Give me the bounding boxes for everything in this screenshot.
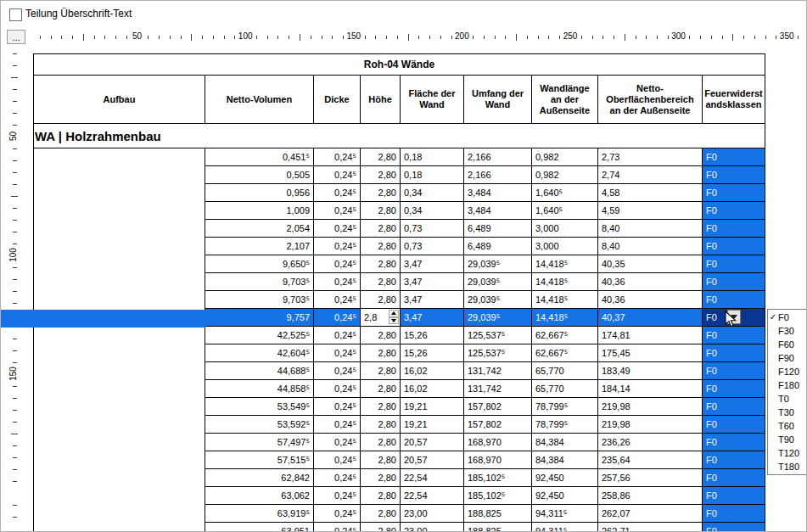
cell-oberflaeche[interactable]: 8,40: [598, 220, 703, 238]
cell-oberflaeche[interactable]: 219,98: [598, 398, 703, 416]
cell-wandlaenge[interactable]: 0,982: [532, 166, 598, 184]
cell-netto-volumen[interactable]: 63,919⁵: [205, 505, 314, 523]
cell-flaeche[interactable]: 3,47: [401, 273, 464, 291]
cell-umfang[interactable]: 131,742: [464, 380, 532, 398]
cell-wandlaenge[interactable]: 3,000: [532, 220, 598, 238]
cell-flaeche[interactable]: 19,21: [401, 398, 464, 416]
cell-netto-volumen[interactable]: 9,703⁵: [205, 291, 314, 309]
cell-wandlaenge[interactable]: 78,799⁵: [532, 398, 598, 416]
cell-umfang[interactable]: 188,825: [464, 505, 532, 523]
cell-umfang[interactable]: 3,484: [464, 184, 532, 202]
cell-umfang[interactable]: 185,102⁵: [464, 469, 532, 487]
cell-umfang[interactable]: 2,166: [464, 148, 532, 166]
cell-wandlaenge[interactable]: 1,640⁵: [532, 184, 598, 202]
cell-hoehe[interactable]: 2,80: [361, 238, 401, 255]
cell-feuerwiderstand[interactable]: F0: [703, 505, 765, 523]
cell-flaeche[interactable]: 0,73: [401, 220, 464, 238]
cell-umfang[interactable]: 29,039⁵: [464, 255, 532, 273]
cell-wandlaenge[interactable]: 14,418⁵: [532, 291, 598, 309]
cell-netto-volumen[interactable]: 1,009: [205, 202, 314, 220]
cell-hoehe[interactable]: 2,80: [361, 434, 401, 451]
cell-feuerwiderstand[interactable]: F0: [703, 434, 765, 451]
cell-dicke[interactable]: 0,24⁵: [314, 434, 361, 451]
cell-netto-volumen[interactable]: 63,951: [205, 523, 314, 532]
cell-feuerwiderstand[interactable]: F0: [703, 523, 765, 532]
cell-umfang[interactable]: 29,039⁵: [464, 291, 532, 309]
cell-flaeche[interactable]: 16,02: [401, 380, 464, 398]
cell-netto-volumen[interactable]: 42,604⁵: [205, 344, 314, 362]
cell-oberflaeche[interactable]: 2,74: [598, 166, 703, 184]
cell-dicke[interactable]: 0,24⁵: [314, 523, 361, 532]
cell-wandlaenge[interactable]: 92,450: [532, 469, 598, 487]
cell-umfang[interactable]: 168,970: [464, 451, 532, 469]
cell-dicke[interactable]: 0,24⁵: [314, 291, 361, 309]
cell-umfang[interactable]: 29,039⁵: [464, 273, 532, 291]
cell-netto-volumen[interactable]: 57,515⁵: [205, 451, 314, 469]
cell-wandlaenge[interactable]: 3,000: [532, 238, 598, 255]
cell-feuerwiderstand[interactable]: F0: [703, 362, 765, 380]
cell-dicke[interactable]: 0,24⁵: [314, 469, 361, 487]
ruler-overflow-button[interactable]: ...: [7, 30, 25, 44]
cell-umfang[interactable]: 3,484: [464, 202, 532, 220]
cell-hoehe[interactable]: 2,80: [361, 166, 401, 184]
cell-flaeche[interactable]: 0,73: [401, 238, 464, 255]
cell-feuerwiderstand[interactable]: F0: [703, 291, 765, 309]
cell-flaeche[interactable]: 15,26: [401, 344, 464, 362]
cell-wandlaenge[interactable]: 78,799⁵: [532, 416, 598, 434]
cell-wandlaenge[interactable]: 65,770: [532, 380, 598, 398]
cell-hoehe[interactable]: 2,80: [361, 505, 401, 523]
cell-feuerwiderstand[interactable]: F0: [703, 184, 765, 202]
cell-feuerwiderstand[interactable]: F0: [703, 380, 765, 398]
cell-oberflaeche[interactable]: 40,36: [598, 273, 703, 291]
cell-netto-volumen[interactable]: 57,497⁵: [205, 434, 314, 451]
cell-dicke[interactable]: 0,24⁵: [314, 238, 361, 255]
cell-hoehe[interactable]: 2,80: [361, 148, 401, 166]
cell-hoehe[interactable]: 2,80: [361, 327, 401, 344]
cell-oberflaeche[interactable]: 4,59: [598, 202, 703, 220]
dropdown-option[interactable]: F30: [768, 324, 807, 338]
dropdown-option[interactable]: T90: [768, 433, 807, 446]
cell-oberflaeche[interactable]: 174,81: [598, 327, 703, 344]
cell-hoehe[interactable]: 2,8: [361, 309, 401, 327]
cell-hoehe[interactable]: 2,80: [361, 291, 401, 309]
cell-feuerwiderstand[interactable]: F0: [703, 416, 765, 434]
cell-oberflaeche[interactable]: 219,98: [598, 416, 703, 434]
cell-flaeche[interactable]: 0,34: [401, 202, 464, 220]
cell-dicke[interactable]: 0,24⁵: [314, 309, 361, 327]
dropdown-option[interactable]: T60: [768, 419, 807, 433]
cell-hoehe[interactable]: 2,80: [361, 255, 401, 273]
cell-netto-volumen[interactable]: 0,505: [205, 166, 314, 184]
cell-dicke[interactable]: 0,24⁵: [314, 416, 361, 434]
cell-hoehe[interactable]: 2,80: [361, 416, 401, 434]
dropdown-option[interactable]: F180: [768, 378, 807, 392]
cell-flaeche[interactable]: 20,57: [401, 434, 464, 451]
cell-netto-volumen[interactable]: 9,703⁵: [205, 273, 314, 291]
cell-flaeche[interactable]: 0,34: [401, 184, 464, 202]
cell-feuerwiderstand[interactable]: F0: [703, 344, 765, 362]
cell-aufbau[interactable]: [34, 148, 205, 532]
cell-netto-volumen[interactable]: 44,688⁵: [205, 362, 314, 380]
cell-netto-volumen[interactable]: 53,549⁵: [205, 398, 314, 416]
cell-oberflaeche[interactable]: 40,35: [598, 255, 703, 273]
cell-oberflaeche[interactable]: 262,07: [598, 505, 703, 523]
cell-flaeche[interactable]: 19,21: [401, 416, 464, 434]
cell-wandlaenge[interactable]: 1,640⁵: [532, 202, 598, 220]
cell-wandlaenge[interactable]: 84,384: [532, 434, 598, 451]
cell-umfang[interactable]: 29,039⁵: [464, 309, 532, 327]
cell-feuerwiderstand[interactable]: F0: [703, 451, 765, 469]
cell-feuerwiderstand[interactable]: F0: [703, 469, 765, 487]
cell-netto-volumen[interactable]: 42,525⁵: [205, 327, 314, 344]
spin-up-button[interactable]: [389, 310, 399, 317]
spin-down-button[interactable]: [389, 317, 399, 325]
cell-flaeche[interactable]: 16,02: [401, 362, 464, 380]
cell-dicke[interactable]: 0,24⁵: [314, 202, 361, 220]
cell-hoehe[interactable]: 2,80: [361, 380, 401, 398]
table-row[interactable]: 0,451⁵0,24⁵2,800,182,1660,9822,73F0: [34, 148, 765, 166]
cell-dicke[interactable]: 0,24⁵: [314, 505, 361, 523]
cell-wandlaenge[interactable]: 62,667⁵: [532, 344, 598, 362]
cell-hoehe[interactable]: 2,80: [361, 523, 401, 532]
cell-flaeche[interactable]: 0,18: [401, 166, 464, 184]
cell-netto-volumen[interactable]: 0,956: [205, 184, 314, 202]
cell-netto-volumen[interactable]: 0,451⁵: [205, 148, 314, 166]
cell-umfang[interactable]: 157,802: [464, 398, 532, 416]
